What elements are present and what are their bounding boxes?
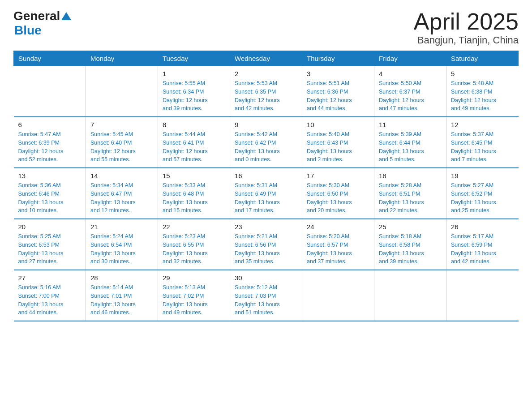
calendar-title: April 2025 [414,9,519,34]
day-number: 19 [451,172,514,180]
title-section: April 2025 Bangjun, Tianjin, China [414,9,519,46]
calendar-cell [14,66,86,117]
day-info: Sunrise: 5:21 AMSunset: 6:56 PMDaylight:… [235,232,297,266]
day-number: 4 [379,70,442,77]
calendar-cell: 14Sunrise: 5:34 AMSunset: 6:47 PMDayligh… [86,168,158,219]
calendar-cell: 4Sunrise: 5:50 AMSunset: 6:37 PMDaylight… [374,66,446,117]
day-info: Sunrise: 5:39 AMSunset: 6:44 PMDaylight:… [379,130,442,164]
calendar-cell: 26Sunrise: 5:17 AMSunset: 6:59 PMDayligh… [446,219,519,270]
svg-marker-0 [61,12,71,20]
calendar-header-row: SundayMondayTuesdayWednesdayThursdayFrid… [14,51,519,66]
day-number: 13 [18,172,82,180]
calendar-cell [302,270,374,321]
day-number: 30 [235,274,297,282]
calendar-cell: 12Sunrise: 5:37 AMSunset: 6:45 PMDayligh… [446,117,519,168]
day-number: 23 [235,223,297,231]
day-number: 18 [379,172,442,180]
day-number: 6 [18,121,82,128]
calendar-cell: 5Sunrise: 5:48 AMSunset: 6:38 PMDaylight… [446,66,519,117]
day-number: 24 [307,223,369,231]
calendar-cell: 16Sunrise: 5:31 AMSunset: 6:49 PMDayligh… [230,168,302,219]
day-number: 3 [307,70,369,77]
calendar-header-wednesday: Wednesday [230,51,302,66]
calendar-week-row: 27Sunrise: 5:16 AMSunset: 7:00 PMDayligh… [14,270,519,321]
calendar-header-saturday: Saturday [446,51,519,66]
day-number: 27 [18,274,82,282]
calendar-week-row: 1Sunrise: 5:55 AMSunset: 6:34 PMDaylight… [14,66,519,117]
page-header: General Blue April 2025 Bangjun, Tianjin… [13,9,519,46]
day-number: 11 [379,121,442,128]
day-info: Sunrise: 5:50 AMSunset: 6:37 PMDaylight:… [379,79,442,113]
day-info: Sunrise: 5:37 AMSunset: 6:45 PMDaylight:… [451,130,514,164]
calendar-cell [446,270,519,321]
day-number: 29 [163,274,225,282]
day-info: Sunrise: 5:14 AMSunset: 7:01 PMDaylight:… [90,283,153,317]
calendar-header-monday: Monday [86,51,158,66]
calendar-cell: 27Sunrise: 5:16 AMSunset: 7:00 PMDayligh… [14,270,86,321]
day-number: 2 [235,70,297,77]
calendar-cell: 28Sunrise: 5:14 AMSunset: 7:01 PMDayligh… [86,270,158,321]
day-number: 14 [90,172,153,180]
calendar-cell [86,66,158,117]
calendar-cell: 19Sunrise: 5:27 AMSunset: 6:52 PMDayligh… [446,168,519,219]
day-number: 9 [235,121,297,128]
day-number: 20 [18,223,82,231]
calendar-cell: 23Sunrise: 5:21 AMSunset: 6:56 PMDayligh… [230,219,302,270]
day-number: 16 [235,172,297,180]
day-number: 5 [451,70,514,77]
day-info: Sunrise: 5:18 AMSunset: 6:58 PMDaylight:… [379,232,442,266]
calendar-cell: 29Sunrise: 5:13 AMSunset: 7:02 PMDayligh… [158,270,230,321]
day-info: Sunrise: 5:25 AMSunset: 6:53 PMDaylight:… [18,232,82,266]
day-number: 22 [163,223,225,231]
calendar-subtitle: Bangjun, Tianjin, China [414,34,519,46]
day-info: Sunrise: 5:53 AMSunset: 6:35 PMDaylight:… [235,79,297,113]
day-info: Sunrise: 5:44 AMSunset: 6:41 PMDaylight:… [163,130,225,164]
day-number: 7 [90,121,153,128]
calendar-cell: 22Sunrise: 5:23 AMSunset: 6:55 PMDayligh… [158,219,230,270]
day-info: Sunrise: 5:30 AMSunset: 6:50 PMDaylight:… [307,181,369,215]
day-info: Sunrise: 5:31 AMSunset: 6:49 PMDaylight:… [235,181,297,215]
day-number: 21 [90,223,153,231]
calendar-cell: 8Sunrise: 5:44 AMSunset: 6:41 PMDaylight… [158,117,230,168]
calendar-cell: 6Sunrise: 5:47 AMSunset: 6:39 PMDaylight… [14,117,86,168]
day-info: Sunrise: 5:20 AMSunset: 6:57 PMDaylight:… [307,232,369,266]
day-info: Sunrise: 5:17 AMSunset: 6:59 PMDaylight:… [451,232,514,266]
calendar-header-sunday: Sunday [14,51,86,66]
calendar-cell [374,270,446,321]
day-info: Sunrise: 5:27 AMSunset: 6:52 PMDaylight:… [451,181,514,215]
day-number: 15 [163,172,225,180]
calendar-cell: 24Sunrise: 5:20 AMSunset: 6:57 PMDayligh… [302,219,374,270]
calendar-cell: 2Sunrise: 5:53 AMSunset: 6:35 PMDaylight… [230,66,302,117]
calendar-cell: 10Sunrise: 5:40 AMSunset: 6:43 PMDayligh… [302,117,374,168]
calendar-cell: 13Sunrise: 5:36 AMSunset: 6:46 PMDayligh… [14,168,86,219]
day-info: Sunrise: 5:34 AMSunset: 6:47 PMDaylight:… [90,181,153,215]
day-info: Sunrise: 5:23 AMSunset: 6:55 PMDaylight:… [163,232,225,266]
day-info: Sunrise: 5:36 AMSunset: 6:46 PMDaylight:… [18,181,82,215]
calendar-cell: 30Sunrise: 5:12 AMSunset: 7:03 PMDayligh… [230,270,302,321]
calendar-cell: 20Sunrise: 5:25 AMSunset: 6:53 PMDayligh… [14,219,86,270]
day-number: 17 [307,172,369,180]
calendar-cell: 17Sunrise: 5:30 AMSunset: 6:50 PMDayligh… [302,168,374,219]
calendar-header-tuesday: Tuesday [158,51,230,66]
calendar-week-row: 20Sunrise: 5:25 AMSunset: 6:53 PMDayligh… [14,219,519,270]
day-info: Sunrise: 5:24 AMSunset: 6:54 PMDaylight:… [90,232,153,266]
calendar-cell: 25Sunrise: 5:18 AMSunset: 6:58 PMDayligh… [374,219,446,270]
day-number: 1 [163,70,225,77]
calendar-header-thursday: Thursday [302,51,374,66]
calendar-week-row: 6Sunrise: 5:47 AMSunset: 6:39 PMDaylight… [14,117,519,168]
day-info: Sunrise: 5:33 AMSunset: 6:48 PMDaylight:… [163,181,225,215]
day-number: 12 [451,121,514,128]
calendar-cell: 9Sunrise: 5:42 AMSunset: 6:42 PMDaylight… [230,117,302,168]
logo-general-text: General [13,9,60,23]
day-info: Sunrise: 5:55 AMSunset: 6:34 PMDaylight:… [163,79,225,113]
day-number: 26 [451,223,514,231]
day-info: Sunrise: 5:48 AMSunset: 6:38 PMDaylight:… [451,79,514,113]
logo-triangle-icon [61,11,71,21]
calendar-header-friday: Friday [374,51,446,66]
calendar-cell: 21Sunrise: 5:24 AMSunset: 6:54 PMDayligh… [86,219,158,270]
day-info: Sunrise: 5:12 AMSunset: 7:03 PMDaylight:… [235,283,297,317]
day-info: Sunrise: 5:16 AMSunset: 7:00 PMDaylight:… [18,283,82,317]
day-info: Sunrise: 5:42 AMSunset: 6:42 PMDaylight:… [235,130,297,164]
logo: General Blue [13,9,71,38]
calendar-cell: 18Sunrise: 5:28 AMSunset: 6:51 PMDayligh… [374,168,446,219]
